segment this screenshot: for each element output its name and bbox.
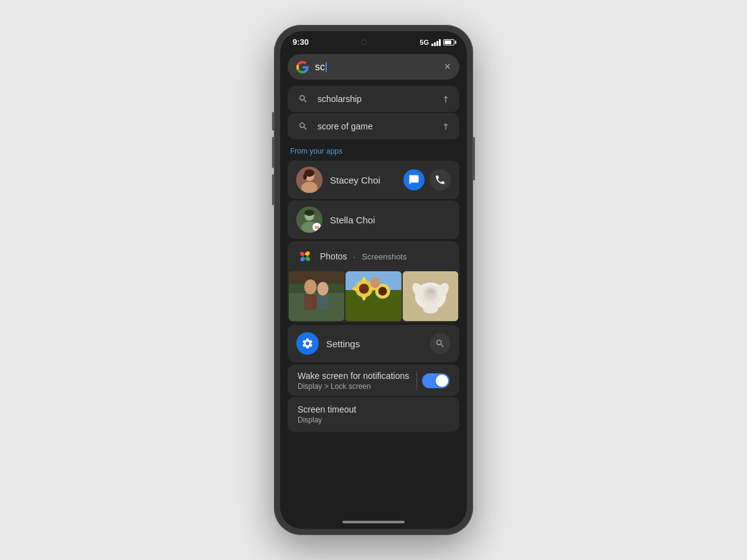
divider [416, 371, 417, 390]
stacey-actions [403, 169, 451, 190]
svg-rect-19 [304, 294, 317, 310]
home-indicator[interactable] [280, 515, 467, 529]
settings-row[interactable]: Settings [288, 325, 459, 362]
stella-avatar-img: M [296, 207, 322, 233]
stacey-avatar-img [296, 167, 322, 193]
search-input[interactable]: sc [315, 62, 438, 73]
wake-screen-toggle[interactable] [422, 373, 449, 388]
stella-name: Stella Choi [330, 215, 451, 225]
photo-1[interactable] [289, 271, 344, 321]
svg-point-39 [427, 289, 433, 294]
front-camera [361, 39, 367, 45]
settings-label: Settings [326, 338, 422, 349]
stacey-name: Stacey Choi [330, 175, 396, 185]
clear-button[interactable]: × [444, 60, 451, 73]
svg-point-28 [378, 287, 387, 296]
mute-button[interactable] [272, 112, 274, 131]
screen-timeout-subtitle: Display [298, 416, 449, 424]
search-bar[interactable]: sc × [288, 54, 459, 80]
svg-point-14 [304, 255, 307, 258]
status-bar: 9:30 5G [280, 31, 467, 50]
svg-point-33 [370, 277, 380, 288]
photos-separator: · [354, 252, 356, 261]
volume-down-button[interactable] [272, 174, 274, 205]
svg-point-42 [423, 304, 438, 314]
svg-rect-24 [345, 290, 401, 321]
section-header: From your apps [280, 141, 467, 159]
arrow-icon: ↗ [439, 120, 452, 133]
photos-label: Photos [320, 251, 347, 261]
phone-screen: 9:30 5G [280, 31, 467, 529]
suggestion-text: scholarship [317, 94, 433, 104]
contact-stella[interactable]: M Stella Choi [288, 200, 459, 239]
battery-icon [443, 39, 454, 45]
svg-point-31 [352, 287, 359, 291]
photos-sublabel: Screenshots [362, 252, 406, 261]
svg-rect-21 [317, 296, 329, 309]
status-icons: 5G [420, 39, 454, 46]
wake-screen-setting[interactable]: Wake screen for notifications Display > … [288, 365, 459, 396]
network-label: 5G [420, 39, 429, 46]
svg-point-20 [317, 282, 329, 296]
suggestion-scholarship[interactable]: scholarship ↗ [288, 86, 459, 112]
message-button[interactable] [403, 169, 425, 190]
volume-up-button[interactable] [272, 137, 274, 168]
settings-search-button[interactable] [430, 333, 451, 354]
photo-2[interactable] [345, 271, 401, 321]
phone-frame: 9:30 5G [274, 25, 473, 535]
home-bar [342, 521, 405, 523]
status-time: 9:30 [293, 37, 309, 47]
photo-3[interactable] [403, 271, 458, 321]
call-button[interactable] [430, 169, 451, 190]
svg-point-10 [304, 210, 314, 216]
stella-avatar: M [296, 207, 322, 233]
svg-text:M: M [315, 225, 319, 230]
photos-icon [296, 248, 314, 265]
photos-header: Photos · Screenshots [288, 241, 459, 271]
svg-point-30 [362, 294, 366, 301]
svg-point-29 [362, 277, 366, 283]
contact-stacey[interactable]: Stacey Choi [288, 161, 459, 199]
wake-screen-subtitle: Display > Lock screen [298, 382, 409, 391]
stacey-avatar [296, 167, 322, 193]
suggestion-text: score of game [317, 121, 433, 131]
screen-timeout-title: Screen timeout [298, 404, 449, 414]
search-results: scholarship ↗ score of game ↗ From your … [280, 85, 467, 515]
signal-icon [431, 39, 441, 46]
search-icon [298, 121, 309, 132]
suggestion-score[interactable]: score of game ↗ [288, 113, 459, 139]
svg-point-18 [304, 279, 317, 294]
settings-icon [296, 332, 319, 355]
svg-point-26 [359, 284, 369, 294]
screen-timeout-setting[interactable]: Screen timeout Display [288, 397, 459, 432]
photos-grid [288, 271, 459, 322]
search-icon [298, 93, 309, 105]
power-button[interactable] [473, 137, 475, 180]
google-logo [296, 61, 309, 73]
svg-point-5 [303, 174, 307, 180]
photos-section[interactable]: Photos · Screenshots [288, 241, 459, 322]
arrow-icon: ↗ [439, 93, 452, 105]
wake-screen-title: Wake screen for notifications [298, 371, 409, 381]
